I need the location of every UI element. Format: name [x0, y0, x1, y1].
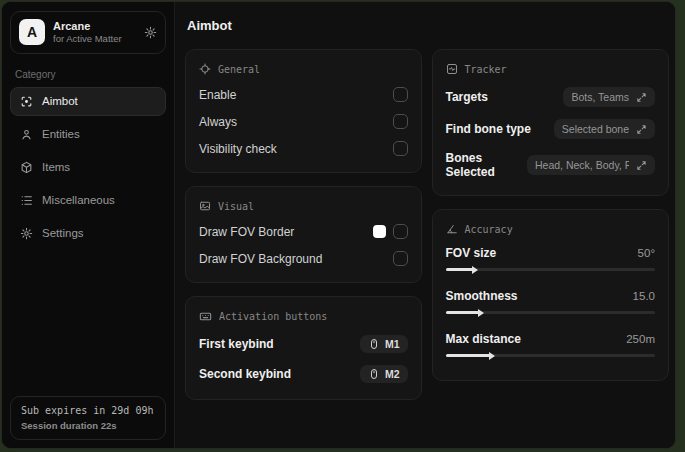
max-distance-slider-group: Max distance 250m: [446, 327, 656, 370]
slider-handle[interactable]: [472, 266, 478, 274]
fov-border-color-swatch[interactable]: [373, 225, 386, 238]
card-title: Activation buttons: [219, 311, 327, 322]
smoothness-slider-group: Smoothness 15.0: [446, 284, 656, 327]
tracker-card-header: Tracker: [446, 59, 656, 81]
brand-header: A Arcane for Active Matter: [10, 11, 166, 54]
expand-selector-icon: [636, 160, 647, 171]
cube-icon: [20, 161, 33, 174]
list-icon: [20, 194, 33, 207]
setting-row-targets: Targets Bots, Teams: [446, 81, 656, 113]
setting-row-bones-selected: Bones Selected Head, Neck, Body, Pe...: [446, 145, 656, 185]
setting-row-always: Always: [199, 108, 408, 135]
mouse-icon: [368, 368, 380, 380]
setting-label: Find bone type: [446, 122, 531, 136]
page-title: Aimbot: [187, 18, 669, 33]
setting-row-fov-background: Draw FOV Background: [199, 245, 408, 272]
slider-value: 250m: [626, 333, 655, 345]
card-title: Visual: [218, 201, 254, 212]
brand-subtitle: for Active Matter: [53, 33, 122, 45]
main-content: Aimbot General Enable: [175, 2, 675, 448]
app-window: A Arcane for Active Matter Category Aimb: [1, 1, 676, 449]
max-distance-slider[interactable]: [446, 354, 656, 357]
keybind-value: M1: [385, 338, 400, 350]
setting-label: FOV size: [446, 246, 497, 260]
expand-selector-icon: [636, 124, 647, 135]
sidebar-item-miscellaneous[interactable]: Miscellaneous: [10, 186, 166, 215]
setting-label: Targets: [446, 90, 488, 104]
dropdown-value: Bots, Teams: [571, 91, 629, 103]
sidebar-item-label: Miscellaneous: [42, 194, 115, 206]
setting-label: Enable: [199, 88, 236, 102]
sidebar-item-label: Settings: [42, 227, 84, 239]
gear-icon[interactable]: [144, 26, 157, 39]
sidebar: A Arcane for Active Matter Category Aimb: [2, 2, 175, 448]
smoothness-slider[interactable]: [446, 311, 656, 314]
fov-background-checkbox[interactable]: [393, 251, 408, 266]
slider-handle[interactable]: [489, 352, 495, 360]
accuracy-card-header: Accuracy: [446, 219, 656, 241]
sub-expires-text: Sub expires in 29d 09h: [21, 405, 155, 416]
fov-size-slider-group: FOV size 50°: [446, 241, 656, 284]
setting-label: Smoothness: [446, 289, 518, 303]
setting-label: Visibility check: [199, 142, 277, 156]
tracker-card: Tracker Targets Bots, Teams: [432, 49, 670, 196]
sidebar-item-items[interactable]: Items: [10, 153, 166, 182]
sidebar-item-entities[interactable]: Entities: [10, 120, 166, 149]
setting-label: Always: [199, 115, 237, 129]
visibility-check-checkbox[interactable]: [393, 141, 408, 156]
setting-label: Second keybind: [199, 367, 291, 381]
general-card-header: General: [199, 59, 408, 81]
expand-selector-icon: [636, 92, 647, 103]
setting-row-second-keybind: Second keybind M2: [199, 359, 408, 389]
dropdown-value: Selected bone: [562, 123, 629, 135]
find-bone-type-dropdown[interactable]: Selected bone: [554, 119, 655, 139]
slider-handle[interactable]: [478, 309, 484, 317]
slider-fill: [446, 268, 474, 271]
fov-border-checkbox[interactable]: [393, 224, 408, 239]
crosshair-icon: [199, 63, 211, 75]
sidebar-item-label: Entities: [42, 128, 80, 140]
keybind-value: M2: [385, 368, 400, 380]
brand-name: Arcane: [53, 19, 122, 33]
activation-buttons-card: Activation buttons First keybind M1: [185, 296, 422, 400]
dropdown-value: Head, Neck, Body, Pe...: [535, 159, 629, 171]
accuracy-card: Accuracy FOV size 50°: [432, 209, 670, 381]
setting-row-fov-border: Draw FOV Border: [199, 218, 408, 245]
second-keybind-button[interactable]: M2: [360, 365, 408, 383]
crosshair-scan-icon: [20, 95, 33, 108]
angle-icon: [446, 223, 458, 235]
right-column: Tracker Targets Bots, Teams: [432, 49, 670, 381]
left-column: General Enable Always Visibility check: [185, 49, 422, 400]
brand-text: Arcane for Active Matter: [53, 19, 122, 46]
slider-fill: [446, 354, 491, 357]
sidebar-item-settings[interactable]: Settings: [10, 219, 166, 248]
card-title: General: [218, 64, 260, 75]
sidebar-item-label: Aimbot: [42, 95, 78, 107]
slider-fill: [446, 311, 481, 314]
fov-size-slider[interactable]: [446, 268, 656, 271]
enable-checkbox[interactable]: [393, 87, 408, 102]
setting-row-enable: Enable: [199, 81, 408, 108]
gear-icon: [20, 227, 33, 240]
first-keybind-button[interactable]: M1: [360, 335, 408, 353]
visual-card-header: Visual: [199, 196, 408, 218]
setting-label: Draw FOV Background: [199, 252, 322, 266]
visual-card: Visual Draw FOV Border Draw FOV Backgrou…: [185, 186, 422, 283]
subscription-info: Sub expires in 29d 09h Session duration …: [10, 396, 166, 440]
sidebar-item-aimbot[interactable]: Aimbot: [10, 87, 166, 116]
card-title: Tracker: [465, 64, 507, 75]
always-checkbox[interactable]: [393, 114, 408, 129]
general-card: General Enable Always Visibility check: [185, 49, 422, 173]
activity-icon: [446, 63, 458, 75]
bones-selected-dropdown[interactable]: Head, Neck, Body, Pe...: [527, 155, 655, 175]
targets-dropdown[interactable]: Bots, Teams: [563, 87, 655, 107]
setting-label: Bones Selected: [446, 151, 528, 179]
setting-label: Max distance: [446, 332, 521, 346]
slider-value: 15.0: [633, 290, 655, 302]
mouse-icon: [368, 338, 380, 350]
person-icon: [20, 128, 33, 141]
sidebar-item-label: Items: [42, 161, 70, 173]
session-duration-text: Session duration 22s: [21, 420, 155, 431]
setting-row-visibility-check: Visibility check: [199, 135, 408, 162]
card-title: Accuracy: [465, 224, 513, 235]
